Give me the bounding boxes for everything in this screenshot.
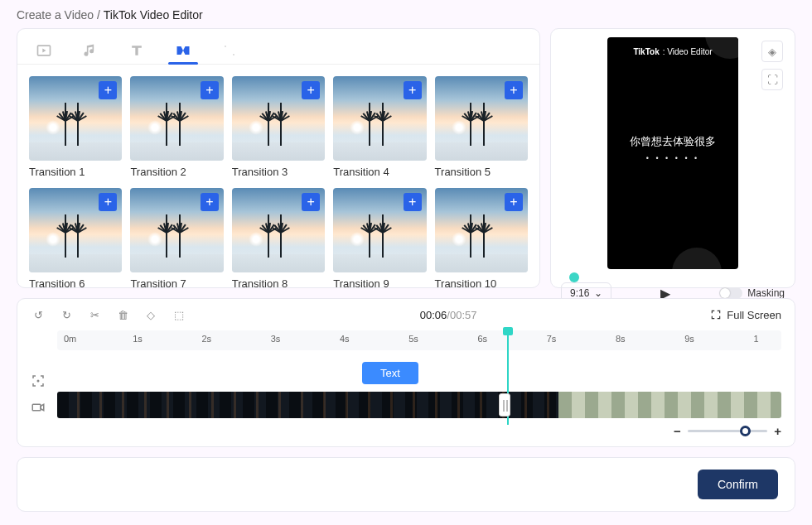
zoom-slider[interactable] — [688, 430, 767, 432]
transition-item[interactable]: +Transition 10 — [435, 188, 528, 287]
video-clip-2[interactable] — [558, 392, 781, 418]
transition-thumb[interactable]: + — [29, 188, 122, 272]
timeline-zoom[interactable]: − + — [674, 425, 781, 436]
delete-button[interactable]: 🗑 — [115, 307, 130, 322]
crop-clip-button[interactable]: ⬚ — [172, 307, 186, 322]
preview-body-text: 你曾想去体验很多 • • • • • • — [607, 134, 738, 162]
crop-icon[interactable]: ⛶ — [761, 69, 783, 90]
transition-item[interactable]: +Transition 5 — [435, 76, 528, 178]
transition-label: Transition 1 — [29, 166, 122, 178]
add-transition-button[interactable]: + — [302, 81, 320, 99]
asset-tabs — [17, 29, 539, 65]
add-transition-button[interactable]: + — [302, 193, 320, 211]
ruler-tick: 7s — [540, 334, 557, 344]
tab-audio[interactable] — [79, 37, 102, 64]
ruler-tick: 6s — [471, 334, 487, 344]
add-transition-button[interactable]: + — [99, 193, 117, 211]
ruler-tick: 3s — [264, 334, 281, 344]
svg-point-3 — [37, 380, 39, 382]
transition-item[interactable]: +Transition 4 — [333, 76, 426, 178]
transition-item[interactable]: +Transition 8 — [232, 188, 325, 287]
preview-panel: ◈ ⛶ TikTok: Video Editor 你曾想去体验很多 • • • … — [550, 28, 795, 288]
transition-label: Transition 4 — [333, 166, 426, 178]
tab-media[interactable] — [32, 37, 56, 64]
ruler-tick: 8s — [609, 334, 626, 344]
timeline-ruler[interactable]: 0m1s2s3s4s5s6s7s8s9s1 — [57, 330, 781, 350]
preview-brand: TikTok: Video Editor — [607, 47, 738, 56]
chevron-down-icon: ⌄ — [594, 287, 602, 299]
transition-label: Transition 7 — [130, 277, 223, 287]
transition-label: Transition 2 — [130, 166, 223, 178]
zoom-out-button[interactable]: − — [674, 424, 681, 438]
transition-item[interactable]: +Transition 2 — [130, 76, 223, 178]
ruler-tick: 1 — [747, 334, 758, 344]
erase-button[interactable]: ◇ — [143, 307, 158, 322]
add-transition-button[interactable]: + — [505, 193, 523, 211]
breadcrumb-root[interactable]: Create a Video — [17, 8, 94, 22]
transition-item[interactable]: +Transition 7 — [130, 188, 223, 287]
add-transition-button[interactable]: + — [201, 193, 219, 211]
redo-button[interactable]: ↻ — [59, 307, 74, 322]
preview-canvas[interactable]: TikTok: Video Editor 你曾想去体验很多 • • • • • … — [607, 37, 738, 269]
transition-item[interactable]: +Transition 9 — [333, 188, 426, 287]
transition-label: Transition 6 — [29, 277, 122, 287]
transition-label: Transition 3 — [232, 166, 325, 178]
video-clip-1[interactable] — [57, 392, 558, 418]
tab-text[interactable] — [125, 37, 148, 64]
transition-thumb[interactable]: + — [435, 76, 528, 161]
split-button[interactable]: ✂ — [87, 307, 102, 322]
add-transition-button[interactable]: + — [404, 193, 422, 211]
svg-point-1 — [225, 46, 226, 47]
video-track[interactable] — [57, 392, 781, 418]
add-transition-button[interactable]: + — [404, 81, 422, 99]
zoom-in-button[interactable]: + — [774, 424, 781, 438]
ruler-tick: 0m — [57, 334, 76, 344]
transition-gallery[interactable]: +Transition 1+Transition 2+Transition 3+… — [17, 65, 539, 287]
transition-label: Transition 8 — [232, 277, 325, 287]
timeline-panel: ↺ ↻ ✂ 🗑 ◇ ⬚ 00:06/00:57 Full Screen 0m1s… — [17, 298, 795, 447]
confirm-button[interactable]: Confirm — [698, 470, 778, 499]
timeline-time: 00:06/00:57 — [200, 309, 697, 321]
transition-thumb[interactable]: + — [333, 188, 426, 272]
ruler-tick: 1s — [126, 334, 143, 344]
ruler-tick: 2s — [195, 334, 211, 344]
transition-item[interactable]: +Transition 3 — [232, 76, 325, 178]
transition-thumb[interactable]: + — [130, 188, 223, 272]
breadcrumb: Create a Video / TikTok Video Editor — [0, 0, 812, 28]
add-transition-button[interactable]: + — [505, 81, 523, 99]
fullscreen-button[interactable]: Full Screen — [710, 309, 781, 321]
transition-thumb[interactable]: + — [435, 188, 528, 272]
layers-icon[interactable]: ◈ — [761, 41, 783, 62]
action-bar: Confirm — [17, 457, 795, 512]
text-clip[interactable]: Text — [362, 362, 418, 384]
transition-label: Transition 5 — [435, 166, 528, 178]
transition-thumb[interactable]: + — [232, 76, 325, 161]
transition-label: Transition 10 — [435, 277, 528, 287]
transition-item[interactable]: +Transition 1 — [29, 76, 122, 178]
transition-item[interactable]: +Transition 6 — [29, 188, 122, 287]
transition-label: Transition 9 — [333, 277, 426, 287]
transition-thumb[interactable]: + — [333, 76, 426, 161]
ruler-tick: 5s — [402, 334, 418, 344]
asset-panel: +Transition 1+Transition 2+Transition 3+… — [17, 28, 540, 288]
masking-label: Masking — [747, 287, 785, 299]
transition-handle[interactable] — [499, 393, 510, 417]
add-transition-button[interactable]: + — [99, 81, 117, 99]
transition-thumb[interactable]: + — [232, 188, 325, 272]
focus-track-icon[interactable] — [31, 373, 46, 388]
masking-toggle[interactable] — [719, 287, 742, 299]
breadcrumb-current: TikTok Video Editor — [104, 8, 203, 22]
tab-effects[interactable] — [218, 37, 241, 64]
ruler-tick: 4s — [333, 334, 350, 344]
transition-thumb[interactable]: + — [130, 76, 223, 161]
svg-point-2 — [233, 54, 234, 55]
add-transition-button[interactable]: + — [201, 81, 219, 99]
tab-transition[interactable] — [172, 37, 195, 64]
undo-button[interactable]: ↺ — [31, 307, 46, 322]
transition-thumb[interactable]: + — [29, 76, 122, 161]
video-track-icon[interactable] — [31, 400, 46, 415]
ruler-tick: 9s — [678, 334, 694, 344]
svg-rect-4 — [32, 404, 41, 411]
